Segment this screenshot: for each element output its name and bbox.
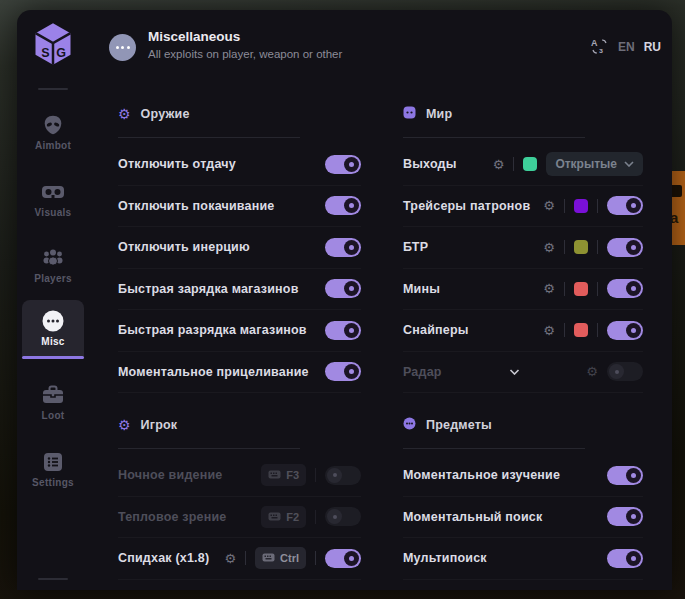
feature-row: Моментальный поиск <box>403 497 643 539</box>
gear-icon[interactable]: ⚙ <box>543 241 555 254</box>
sidebar-item-visuals[interactable]: Visuals <box>17 181 89 218</box>
gear-icon[interactable]: ⚙ <box>493 158 505 171</box>
separator <box>245 551 246 565</box>
separator <box>564 240 565 254</box>
toggle-switch[interactable] <box>325 321 361 340</box>
toggle-switch[interactable] <box>325 196 361 215</box>
toggle-switch[interactable] <box>325 155 361 174</box>
gear-icon[interactable]: ⚙ <box>543 324 555 337</box>
separator <box>597 323 598 337</box>
section-header: ⚙Игрок <box>118 413 361 437</box>
gear-icon[interactable]: ⚙ <box>543 282 555 295</box>
sidebar-item-settings[interactable]: Settings <box>17 451 89 488</box>
toggle-switch[interactable] <box>325 279 361 298</box>
feature-controls: ⚙Ctrl <box>224 547 361 569</box>
feature-label: Выходы <box>403 157 457 171</box>
briefcase-icon <box>41 384 65 406</box>
feature-row: Отключить отдачу <box>118 144 361 186</box>
sidebar: S G AimbotVisualsPlayersMiscLootSettings <box>17 10 89 590</box>
section-title: Мир <box>426 107 452 121</box>
gear-icon: ⚙ <box>118 106 131 122</box>
toggle-switch[interactable] <box>607 362 643 381</box>
hotkey-label: Ctrl <box>280 552 299 564</box>
separator <box>564 282 565 296</box>
feature-label: Моментальное прицеливание <box>118 365 309 379</box>
language-switch: A з EN RU <box>590 37 661 56</box>
gear-icon[interactable]: ⚙ <box>586 365 598 378</box>
color-swatch[interactable] <box>523 157 537 171</box>
color-swatch[interactable] <box>574 240 588 254</box>
sidebar-item-label: Aimbot <box>17 140 89 151</box>
feature-row: Отключить покачивание <box>118 186 361 228</box>
feature-label: Мины <box>403 282 440 296</box>
svg-text:з: з <box>599 46 603 55</box>
keyboard-icon <box>268 512 281 521</box>
feature-row: Тепловое зрениеF2 <box>118 497 361 539</box>
toggle-switch[interactable] <box>607 279 643 298</box>
feature-controls: ⚙ <box>586 362 643 381</box>
feature-controls <box>607 507 643 526</box>
toggle-switch[interactable] <box>607 466 643 485</box>
people-icon <box>41 247 65 269</box>
cheat-menu-panel: S G AimbotVisualsPlayersMiscLootSettings… <box>17 10 672 590</box>
feature-row: Быстрая разрядка магазинов <box>118 310 361 352</box>
sidebar-item-players[interactable]: Players <box>17 247 89 284</box>
dropdown[interactable]: Открытые <box>546 152 643 176</box>
feature-label: Радар <box>403 365 442 379</box>
gear-icon[interactable]: ⚙ <box>224 552 236 565</box>
hotkey-badge[interactable]: Ctrl <box>255 547 306 569</box>
sidebar-item-aimbot[interactable]: Aimbot <box>17 114 89 151</box>
translate-icon: A з <box>590 37 609 56</box>
feature-controls <box>325 238 361 257</box>
screen: { "app": { "title": "Miscellaneous", "su… <box>0 0 685 599</box>
lang-en-button[interactable]: EN <box>618 40 635 54</box>
feature-controls <box>325 279 361 298</box>
feature-controls <box>325 196 361 215</box>
color-swatch[interactable] <box>574 323 588 337</box>
section-header: ⚙Оружие <box>118 102 361 126</box>
feature-label: Отключить инерцию <box>118 240 250 254</box>
toggle-switch[interactable] <box>325 238 361 257</box>
separator <box>513 157 514 171</box>
toggle-switch[interactable] <box>607 196 643 215</box>
world-icon <box>403 106 416 119</box>
toggle-switch[interactable] <box>325 507 361 526</box>
section-divider <box>403 448 585 449</box>
feature-row: Моментальное изучение <box>403 455 643 497</box>
sidebar-divider <box>38 88 68 90</box>
toggle-switch[interactable] <box>325 362 361 381</box>
feature-label: Снайперы <box>403 323 469 337</box>
svg-text:S: S <box>41 46 49 60</box>
sidebar-item-label: Settings <box>17 477 89 488</box>
items-icon <box>403 417 416 430</box>
feature-controls: ⚙Открытые <box>493 152 643 176</box>
toggle-switch[interactable] <box>325 549 361 568</box>
gear-icon[interactable]: ⚙ <box>543 199 555 212</box>
feature-label: Ночное видение <box>118 468 222 482</box>
chevron-down-icon <box>508 369 521 375</box>
section-divider <box>118 448 300 449</box>
toggle-switch[interactable] <box>607 549 643 568</box>
hotkey-badge[interactable]: F3 <box>261 464 306 486</box>
keyboard-icon <box>262 553 275 562</box>
hotkey-label: F2 <box>286 511 299 523</box>
feature-label: Тепловое зрение <box>118 510 227 524</box>
separator <box>315 468 316 482</box>
color-swatch[interactable] <box>574 282 588 296</box>
hotkey-badge[interactable]: F2 <box>261 506 306 528</box>
feature-row: Радар⚙ <box>403 352 643 394</box>
sidebar-item-label: Players <box>17 273 89 284</box>
gear-icon: ⚙ <box>118 417 131 433</box>
feature-controls: ⚙ <box>543 321 643 340</box>
toggle-switch[interactable] <box>607 238 643 257</box>
sidebar-item-loot[interactable]: Loot <box>17 384 89 421</box>
section-player: ⚙ИгрокНочное видениеF3Тепловое зрениеF2С… <box>118 413 361 580</box>
page-subtitle: All exploits on player, weapon or other <box>148 48 342 60</box>
toggle-switch[interactable] <box>607 507 643 526</box>
color-swatch[interactable] <box>574 199 588 213</box>
sidebar-item-misc[interactable]: Misc <box>22 300 84 359</box>
toggle-switch[interactable] <box>607 321 643 340</box>
section-title: Оружие <box>141 107 190 121</box>
toggle-switch[interactable] <box>325 466 361 485</box>
lang-ru-button[interactable]: RU <box>644 40 661 54</box>
